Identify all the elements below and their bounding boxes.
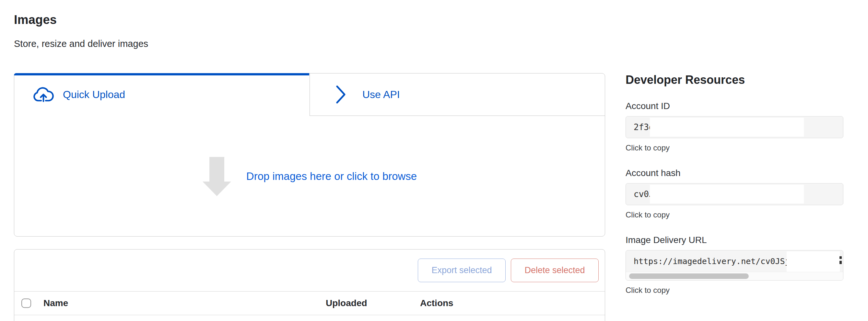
image-delivery-url-text-row: https://imagedelivery.net/cv0JSj (626, 250, 843, 272)
down-arrow-icon (202, 157, 231, 196)
images-table-card: Export selected Delete selected Name Upl… (14, 249, 605, 321)
dropzone-label: Drop images here or click to browse (246, 170, 417, 182)
column-header-name: Name (43, 298, 68, 308)
redaction-overlay (787, 251, 840, 272)
image-delivery-url-copy-hint: Click to copy (625, 286, 843, 295)
image-dropzone[interactable]: Drop images here or click to browse (14, 116, 605, 237)
page-title: Images (14, 13, 605, 27)
horizontal-scrollbar-thumb[interactable] (629, 274, 749, 279)
account-hash-copy-hint: Click to copy (625, 210, 843, 219)
account-id-copy-hint: Click to copy (625, 143, 843, 152)
upload-tabbar: Quick Upload Use API (14, 73, 605, 116)
active-tab-accent-bar (14, 73, 309, 75)
image-delivery-url-field[interactable]: https://imagedelivery.net/cv0JSj (625, 250, 843, 281)
column-header-actions: Actions (420, 298, 454, 308)
table-header-row: Name Uploaded Actions (14, 291, 605, 315)
images-page: Images Store, resize and deliver images … (14, 0, 605, 321)
developer-resources-title: Developer Resources (625, 73, 843, 87)
horizontal-scrollbar (626, 272, 843, 280)
upload-card: Quick Upload Use API Drop images here or… (14, 73, 605, 237)
account-id-field[interactable]: 2f3d (625, 116, 843, 138)
clipped-character-fragment (839, 256, 842, 265)
image-delivery-url-label: Image Delivery URL (625, 235, 843, 245)
tab-use-api-label: Use API (362, 89, 400, 101)
select-all-checkbox[interactable] (21, 299, 31, 308)
cloud-upload-icon (33, 87, 54, 102)
delete-selected-button[interactable]: Delete selected (511, 258, 599, 282)
tab-quick-upload[interactable]: Quick Upload (14, 73, 310, 116)
column-header-uploaded: Uploaded (326, 298, 367, 308)
table-toolbar: Export selected Delete selected (14, 249, 605, 291)
tab-use-api[interactable]: Use API (310, 73, 605, 116)
account-hash-label: Account hash (625, 168, 843, 178)
chevron-right-icon (335, 85, 347, 104)
redaction-overlay (650, 185, 804, 204)
redaction-overlay (650, 118, 804, 137)
tab-quick-upload-label: Quick Upload (63, 89, 125, 101)
image-delivery-url-value: https://imagedelivery.net/cv0JSj (634, 257, 790, 266)
account-hash-field[interactable]: cv0J (625, 183, 843, 205)
export-selected-button[interactable]: Export selected (418, 258, 506, 282)
developer-resources-panel: Developer Resources Account ID 2f3d Clic… (625, 0, 843, 295)
page-subtitle: Store, resize and deliver images (14, 38, 605, 49)
account-id-label: Account ID (625, 101, 843, 111)
